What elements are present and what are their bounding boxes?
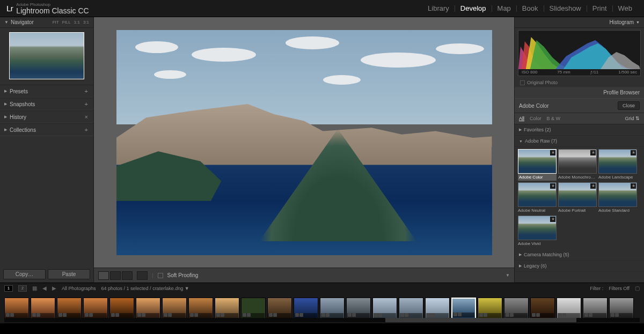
filter-tab-bw[interactable]: B & W	[547, 116, 561, 121]
grid-icon[interactable]: ▦	[32, 285, 37, 291]
filmstrip-thumb[interactable]	[320, 298, 345, 319]
collection-label[interactable]: All Photographs	[62, 286, 96, 291]
app-name: Lightroom Classic CC	[16, 7, 89, 14]
profile-adobe-landscape[interactable]: ★Adobe Landscape	[598, 149, 637, 181]
module-map[interactable]: Map	[492, 4, 516, 12]
module-develop[interactable]: Develop	[455, 4, 492, 12]
filmstrip-thumb[interactable]	[136, 298, 160, 319]
filter-lock-icon[interactable]: ▢	[635, 285, 640, 291]
copy-button[interactable]: Copy…	[3, 269, 46, 279]
section-action-icon[interactable]: +	[84, 88, 89, 94]
filmstrip-thumb[interactable]	[504, 298, 529, 319]
favorites-section[interactable]: ▶ Favorites (2)	[515, 124, 644, 136]
profile-adobe-standard[interactable]: ★Adobe Standard	[598, 182, 637, 214]
legacy-section[interactable]: ▶ Legacy (6)	[515, 261, 644, 272]
filter-value[interactable]: Filters Off	[609, 286, 630, 291]
filmstrip-thumb[interactable]	[557, 298, 581, 319]
module-book[interactable]: Book	[517, 4, 544, 12]
main-image[interactable]	[116, 30, 492, 255]
filmstrip-thumb[interactable]	[372, 298, 397, 319]
navigator-header[interactable]: ▼ Navigator FITFILL1:13:1	[0, 17, 93, 28]
section-history[interactable]: ▶History×	[0, 110, 93, 123]
profile-adobe-neutral[interactable]: ★Adobe Neutral	[518, 182, 557, 214]
module-print[interactable]: Print	[587, 4, 612, 12]
soft-proofing-label: Soft Proofing	[167, 272, 199, 278]
zoom-fit[interactable]: FIT	[53, 20, 59, 25]
filmstrip-thumb[interactable]	[609, 298, 634, 319]
filmstrip-thumb[interactable]	[346, 298, 371, 319]
filmstrip-thumb[interactable]	[83, 298, 108, 319]
profile-browser-header[interactable]: Profile Browser	[515, 87, 644, 98]
profile-adobe-portrait[interactable]: ★Adobe Portrait	[558, 182, 597, 214]
filmstrip-thumb[interactable]	[57, 298, 82, 319]
triangle-right-icon: ▶	[519, 264, 522, 268]
view-before-after-tb-button[interactable]	[122, 271, 133, 280]
center-panel: | Soft Proofing ▼	[94, 17, 514, 283]
filmstrip-thumb[interactable]	[215, 298, 239, 319]
module-slideshow[interactable]: Slideshow	[544, 4, 587, 12]
section-action-icon[interactable]: ×	[84, 114, 89, 120]
histo-iso: ISO 800	[522, 70, 537, 75]
profile-adobe-vivid[interactable]: ★Adobe Vivid	[518, 216, 557, 247]
filmstrip-thumb[interactable]	[399, 298, 423, 319]
nav-back-icon[interactable]: ◀	[42, 285, 47, 291]
filmstrip-thumb[interactable]	[162, 298, 187, 319]
section-collections[interactable]: ▶Collections+	[0, 123, 93, 136]
filter-tab-all[interactable]: All	[519, 116, 524, 121]
original-photo-checkbox[interactable]	[520, 80, 525, 85]
zoom-1-1[interactable]: 1:1	[74, 20, 80, 25]
filmstrip-thumb[interactable]	[4, 298, 29, 319]
zoom-fill[interactable]: FILL	[62, 20, 71, 25]
filmstrip-thumb[interactable]	[188, 298, 213, 319]
module-web[interactable]: Web	[613, 4, 638, 12]
section-action-icon[interactable]: +	[84, 101, 89, 107]
profile-adobe-color[interactable]: ★Adobe Color	[518, 149, 557, 181]
filmstrip	[0, 293, 644, 323]
star-icon[interactable]: ★	[550, 217, 555, 222]
profile-adobe-monochrome[interactable]: ★Adobe Monochrome	[558, 149, 597, 181]
filmstrip-thumb[interactable]	[294, 298, 318, 319]
filmstrip-thumb[interactable]	[583, 298, 608, 319]
view-loupe-button[interactable]	[98, 271, 109, 280]
filmstrip-thumb[interactable]	[31, 298, 55, 319]
star-icon[interactable]: ★	[550, 150, 555, 155]
close-button[interactable]: Close	[618, 101, 640, 110]
section-presets[interactable]: ▶Presets+	[0, 85, 93, 98]
filmstrip-thumb[interactable]	[241, 298, 266, 319]
module-library[interactable]: Library	[422, 4, 455, 12]
toolbar-chevron-icon[interactable]: ▼	[506, 273, 510, 278]
filmstrip-thumb[interactable]	[451, 298, 476, 319]
navigator-preview[interactable]	[9, 32, 84, 79]
monitor-2-button[interactable]: 2	[18, 285, 27, 292]
histogram-header[interactable]: Histogram▼	[515, 17, 644, 28]
current-profile-label: Adobe Color	[519, 103, 549, 109]
filmstrip-thumb[interactable]	[109, 298, 134, 319]
star-icon[interactable]: ★	[631, 150, 636, 155]
star-icon[interactable]: ★	[631, 183, 636, 189]
filter-label: Filter :	[590, 286, 603, 291]
paste-button[interactable]: Paste	[48, 269, 90, 279]
nav-forward-icon[interactable]: ▶	[52, 285, 56, 291]
secondary-toolbar: 1 2 ▦ ◀ ▶ All Photographs 64 photos / 1 …	[0, 283, 644, 293]
soft-proofing-checkbox[interactable]	[158, 273, 163, 278]
histogram[interactable]: ISO 800 75 mm ƒ/11 1/500 sec	[518, 30, 641, 76]
monitor-1-button[interactable]: 1	[4, 285, 13, 292]
view-swap-button[interactable]	[137, 271, 148, 280]
scrollbar-handle[interactable]	[385, 318, 576, 322]
section-action-icon[interactable]: +	[84, 127, 89, 133]
zoom-3-1[interactable]: 3:1	[83, 20, 89, 25]
star-icon[interactable]: ★	[550, 183, 555, 189]
star-icon[interactable]: ★	[590, 183, 596, 189]
grid-toggle[interactable]: Grid ⇅	[625, 116, 640, 121]
filmstrip-thumb[interactable]	[267, 298, 292, 319]
section-snapshots[interactable]: ▶Snapshots+	[0, 98, 93, 110]
filmstrip-thumb[interactable]	[530, 298, 555, 319]
filter-tab-color[interactable]: Color	[530, 116, 541, 121]
filmstrip-scrollbar[interactable]	[4, 318, 640, 322]
view-before-after-lr-button[interactable]	[110, 271, 121, 280]
filmstrip-thumb[interactable]	[425, 298, 450, 319]
adobe-raw-section[interactable]: ▼ Adobe Raw (7)	[515, 136, 644, 147]
star-icon[interactable]: ★	[590, 150, 596, 155]
filmstrip-thumb[interactable]	[478, 298, 502, 319]
camera-matching-section[interactable]: ▶ Camera Matching (5)	[515, 249, 644, 261]
